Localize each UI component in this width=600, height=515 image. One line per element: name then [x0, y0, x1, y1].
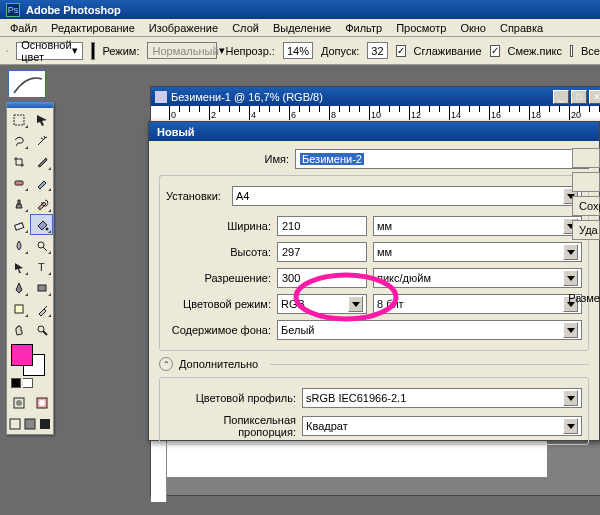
opacity-field[interactable]: 14%	[283, 42, 313, 59]
advanced-expander[interactable]: ⌃	[159, 357, 173, 371]
path-selection-tool[interactable]	[7, 256, 30, 277]
menu-help[interactable]: Справка	[494, 20, 549, 36]
history-brush-tool[interactable]	[30, 193, 53, 214]
tolerance-label: Допуск:	[321, 45, 359, 57]
options-bar: Основной цвет▾ Режим: Нормальный▾ Непроз…	[0, 37, 600, 65]
healing-brush-tool[interactable]	[7, 172, 30, 193]
menu-view[interactable]: Просмотр	[390, 20, 452, 36]
screen-mode-full-menubar[interactable]	[22, 414, 37, 434]
alllayers-checkbox[interactable]	[570, 45, 573, 57]
type-tool[interactable]: T	[30, 256, 53, 277]
blur-tool[interactable]	[7, 235, 30, 256]
document-title: Безимени-1 @ 16,7% (RGB/8)	[171, 91, 323, 103]
menu-bar: Файл Редактирование Изображение Слой Выд…	[0, 19, 600, 37]
color-mode-label: Цветовой режим:	[166, 298, 271, 310]
document-thumbnail[interactable]	[8, 70, 46, 98]
notes-tool[interactable]	[7, 298, 30, 319]
zoom-tool[interactable]	[30, 319, 53, 340]
name-field[interactable]: Безимени-2	[295, 149, 589, 169]
resolution-unit-dropdown[interactable]: пикс/дюйм	[373, 268, 582, 288]
rectangle-tool[interactable]	[30, 277, 53, 298]
menu-select[interactable]: Выделение	[267, 20, 337, 36]
toolbox-header[interactable]	[7, 102, 53, 109]
standard-mode[interactable]	[7, 392, 30, 414]
tolerance-field[interactable]: 32	[367, 42, 387, 59]
clone-stamp-tool[interactable]	[7, 193, 30, 214]
menu-layer[interactable]: Слой	[226, 20, 265, 36]
contiguous-checkbox[interactable]: ✓	[490, 45, 500, 57]
brush-tool[interactable]	[30, 172, 53, 193]
rect-marquee-tool[interactable]	[7, 109, 30, 130]
screen-mode-full[interactable]	[38, 414, 53, 434]
crop-tool[interactable]	[7, 151, 30, 172]
doc-icon	[155, 91, 167, 103]
menu-image[interactable]: Изображение	[143, 20, 224, 36]
profile-label: Цветовой профиль:	[166, 392, 296, 404]
eraser-tool[interactable]	[7, 214, 30, 235]
document-titlebar[interactable]: Безимени-1 @ 16,7% (RGB/8) _ □ ✕	[151, 87, 600, 106]
toolbox: T	[6, 102, 54, 435]
close-button[interactable]: ✕	[589, 90, 600, 104]
eyedropper-tool[interactable]	[30, 298, 53, 319]
pattern-swatch[interactable]	[91, 42, 95, 60]
ps-icon: Ps	[6, 3, 20, 17]
resolution-field[interactable]: 300	[277, 268, 367, 288]
menu-file[interactable]: Файл	[4, 20, 43, 36]
antialias-checkbox[interactable]: ✓	[396, 45, 406, 57]
preset-fieldset: Установки: A4 Ширина: 210 мм Высота: 297…	[159, 175, 589, 351]
advanced-fieldset: Цветовой профиль: sRGB IEC61966-2.1 Попи…	[159, 377, 589, 445]
move-tool[interactable]	[30, 109, 53, 130]
screen-mode-standard[interactable]	[7, 414, 22, 434]
bit-depth-dropdown[interactable]: 8 бит	[373, 294, 582, 314]
profile-dropdown[interactable]: sRGB IEC61966-2.1	[302, 388, 582, 408]
delete-preset-button[interactable]: Уда	[572, 220, 600, 240]
height-unit-dropdown[interactable]: мм	[373, 242, 582, 262]
width-field[interactable]: 210	[277, 216, 367, 236]
preset-label: Установки:	[166, 190, 226, 202]
pen-tool[interactable]	[7, 277, 30, 298]
horizontal-ruler: 02468101214161820	[151, 106, 600, 122]
svg-rect-3	[14, 222, 23, 229]
maximize-button[interactable]: □	[571, 90, 587, 104]
slice-tool[interactable]	[30, 151, 53, 172]
quick-mask-mode[interactable]	[30, 392, 53, 414]
lasso-tool[interactable]	[7, 130, 30, 151]
bgcontent-dropdown[interactable]: Белый	[277, 320, 582, 340]
antialias-label: Сглаживание	[414, 45, 482, 57]
app-titlebar: Ps Adobe Photoshop	[0, 0, 600, 19]
bgcontent-label: Содержимое фона:	[166, 324, 271, 336]
magic-wand-tool[interactable]	[30, 130, 53, 151]
paint-bucket-tool[interactable]	[30, 214, 53, 235]
bucket-tool-icon	[6, 41, 8, 61]
svg-rect-7	[38, 285, 46, 291]
swap-colors-icon[interactable]	[23, 378, 33, 388]
save-preset-button[interactable]: Сохр	[572, 196, 600, 216]
width-unit-dropdown[interactable]: мм	[373, 216, 582, 236]
dialog-title: Новый	[149, 122, 599, 141]
menu-filter[interactable]: Фильтр	[339, 20, 388, 36]
mode-label: Режим:	[103, 45, 140, 57]
ok-button[interactable]	[572, 148, 600, 168]
height-field[interactable]: 297	[277, 242, 367, 262]
name-label: Имя:	[159, 153, 289, 165]
fill-dropdown[interactable]: Основной цвет▾	[16, 42, 82, 60]
pixel-aspect-label: Попиксельная пропорция:	[166, 414, 296, 438]
cancel-button[interactable]	[572, 172, 600, 192]
mode-dropdown[interactable]: Нормальный▾	[147, 42, 217, 59]
minimize-button[interactable]: _	[553, 90, 569, 104]
foreground-color[interactable]	[11, 344, 33, 366]
pixel-aspect-dropdown[interactable]: Квадрат	[302, 416, 582, 436]
default-colors-icon[interactable]	[11, 378, 21, 388]
svg-rect-1	[14, 115, 24, 125]
menu-edit[interactable]: Редактирование	[45, 20, 141, 36]
svg-point-11	[16, 400, 22, 406]
hand-tool[interactable]	[7, 319, 30, 340]
svg-rect-14	[10, 419, 20, 429]
preset-dropdown[interactable]: A4	[232, 186, 582, 206]
image-size-label: Разме	[568, 292, 600, 304]
menu-window[interactable]: Окно	[454, 20, 492, 36]
opacity-label: Непрозр.:	[225, 45, 274, 57]
svg-point-13	[39, 400, 45, 406]
dodge-tool[interactable]	[30, 235, 53, 256]
color-mode-dropdown[interactable]: RGB	[277, 294, 367, 314]
